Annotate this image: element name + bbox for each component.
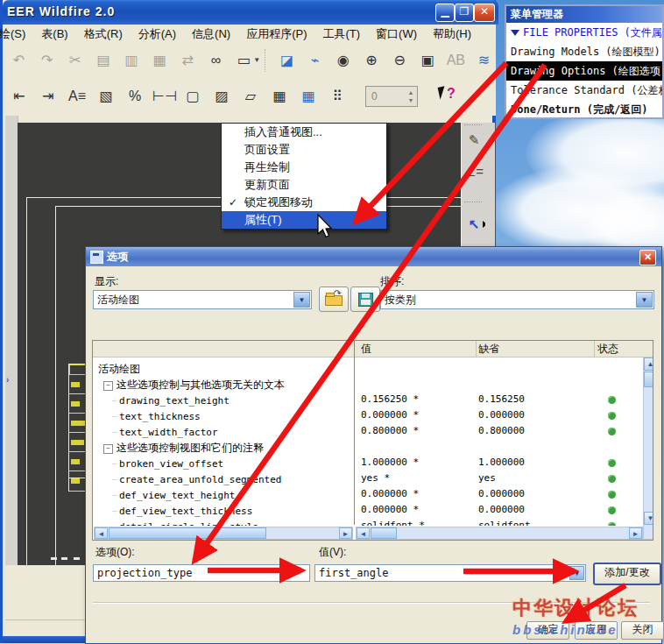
chevron-down-icon[interactable]: ▼: [569, 566, 584, 580]
chevron-down-icon[interactable]: ▼: [253, 56, 260, 64]
maximize-button[interactable]: ❐: [455, 4, 474, 22]
scroll-right-icon[interactable]: ►: [339, 527, 352, 539]
menu-manager-item-2[interactable]: Drawing Options (绘图选项): [506, 61, 662, 81]
context-menu-item-0[interactable]: 插入普通视图...: [222, 124, 386, 141]
tree-collapse-icon[interactable]: −: [103, 444, 113, 454]
zoom-in-icon[interactable]: ⊕: [359, 48, 383, 72]
value-row-create_area_unfold_segmented[interactable]: yes *yes: [356, 471, 643, 486]
chevron-down-icon[interactable]: ▼: [293, 292, 310, 308]
table-settings-icon[interactable]: ⠿: [325, 84, 350, 108]
save-config-button[interactable]: [350, 287, 380, 312]
dialog-close-icon[interactable]: ✕: [639, 250, 656, 265]
hatch-icon[interactable]: %: [123, 84, 147, 108]
sheet-icon[interactable]: ▢: [180, 84, 205, 108]
open-config-button[interactable]: ↷: [319, 287, 349, 312]
tree-row-create_area_unfold_segmented[interactable]: ┈create_area_unfold_segmented: [93, 471, 353, 486]
table-update-icon[interactable]: ▦: [296, 84, 321, 108]
value-row-def_view_text_height[interactable]: 0.000000 *0.000000: [356, 486, 643, 502]
layers-icon[interactable]: ≋: [472, 48, 496, 72]
note-icon[interactable]: A≡: [65, 84, 89, 108]
modify-text-icon[interactable]: ▧: [94, 84, 118, 108]
tree-row-detail_circle_line_style[interactable]: ┈detail_circle_line_style: [93, 518, 353, 526]
tree-row-broken_view_offset[interactable]: ┈broken_view_offset: [93, 455, 353, 471]
tree-row-category[interactable]: −这些选项控制视图和它们的注释: [93, 439, 353, 455]
close-button[interactable]: ✕: [474, 4, 495, 22]
values-hscrollbar[interactable]: ◄ ►: [356, 527, 643, 540]
menu-manager-item-1[interactable]: Drawing Models (绘图模型): [506, 42, 662, 61]
tree-collapse-icon[interactable]: −: [103, 381, 113, 391]
menu-item-2[interactable]: 格式(R): [76, 25, 131, 44]
display-combo[interactable]: 活动绘图 ▼: [93, 290, 312, 309]
value-row-detail_circle_line_style[interactable]: solidfont *solidfont: [356, 518, 643, 526]
tree-row-def_view_text_thickness[interactable]: ┈def_view_text_thickness: [93, 502, 353, 518]
menu-item-1[interactable]: 表(B): [33, 25, 75, 44]
zoom-out-icon[interactable]: ⊖: [388, 48, 412, 72]
value-row-text_width_factor[interactable]: 0.800000 *0.800000: [356, 423, 643, 439]
menu-manager-item-4[interactable]: Done/Return (完成/返回): [506, 100, 662, 119]
scroll-thumb[interactable]: [109, 527, 266, 539]
value-combo[interactable]: first_angle ▼: [314, 564, 586, 582]
spinner-arrows-icon[interactable]: ▲▼: [405, 88, 417, 104]
scroll-left-icon[interactable]: ◄: [95, 527, 108, 539]
sketch-tool-icon[interactable]: ✎: [464, 130, 484, 151]
menu-manager-titlebar[interactable]: 菜单管理器: [506, 6, 662, 23]
menu-item-6[interactable]: 工具(T): [314, 25, 368, 44]
chevron-down-icon[interactable]: ▼: [636, 292, 653, 308]
context-menu-item-4[interactable]: ✓锁定视图移动: [222, 194, 386, 211]
menu-item-4[interactable]: 信息(N): [184, 25, 238, 44]
menu-item-5[interactable]: 应用程序(P): [238, 25, 314, 44]
add-change-button[interactable]: 添加/更改: [593, 563, 661, 585]
display-settings-icon[interactable]: ◪: [275, 48, 299, 72]
zoom-window-icon[interactable]: ▣: [416, 48, 440, 72]
tree-row-text_width_factor[interactable]: ┈text_width_factor: [93, 423, 353, 439]
option-input[interactable]: projection_type: [93, 564, 310, 582]
panel-expand-chevron[interactable]: ›: [6, 375, 9, 385]
scroll-up-icon[interactable]: ▲: [644, 357, 653, 371]
tree-row-category[interactable]: −这些选项控制与其他选项无关的文本: [93, 376, 353, 392]
menu-item-0[interactable]: 绘(S): [0, 25, 33, 44]
menu-manager-item-3[interactable]: Tolerance Standard (公差标准): [506, 81, 662, 100]
folder-a-icon[interactable]: ▨: [209, 84, 234, 108]
sort-combo[interactable]: 按类别 ▼: [380, 290, 654, 309]
scroll-thumb[interactable]: [644, 372, 653, 387]
scroll-thumb[interactable]: [371, 527, 397, 539]
tree-hscrollbar[interactable]: ◄ ►: [94, 527, 353, 540]
menu-item-7[interactable]: 窗口(W): [368, 25, 425, 44]
tree-row-def_view_text_height[interactable]: ┈def_view_text_height: [93, 486, 353, 502]
value-row-def_view_text_thickness[interactable]: 0.000000 *0.000000: [356, 502, 643, 518]
context-menu-item-3[interactable]: 更新页面: [222, 176, 386, 194]
menu-item-3[interactable]: 分析(A): [131, 25, 184, 44]
scroll-down-icon[interactable]: ▼: [644, 512, 653, 525]
context-menu-item-2[interactable]: 再生绘制: [222, 159, 386, 176]
dimension-icon[interactable]: ⊢⊣: [152, 84, 176, 108]
context-menu-item-5[interactable]: 属性(T): [222, 211, 386, 229]
selection-filter-icon[interactable]: ▭: [232, 48, 256, 72]
constraints-tool-icon[interactable]: ⊥=: [464, 161, 484, 182]
view-spinner[interactable]: 0▲▼: [365, 86, 418, 107]
scroll-left-icon[interactable]: ◄: [357, 527, 370, 539]
move-view-icon[interactable]: ▱: [238, 84, 263, 108]
value-row-text_thickness[interactable]: 0.000000 *0.000000: [356, 407, 643, 423]
scroll-right-icon[interactable]: ►: [629, 527, 642, 539]
context-menu-item-1[interactable]: 页面设置: [222, 141, 386, 159]
select-tool-icon[interactable]: ↖: [464, 214, 484, 235]
minimize-button[interactable]: ▁: [435, 4, 455, 22]
prev-sheet-icon[interactable]: ⇤: [7, 84, 32, 108]
next-sheet-icon[interactable]: ⇥: [36, 84, 60, 108]
pane-divider[interactable]: [354, 341, 355, 525]
menu-manager-item-0[interactable]: FILE PROPERTIES (文件属性): [506, 23, 662, 42]
value-row-drawing_text_height[interactable]: 0.156250 *0.156250: [356, 392, 643, 407]
tree-row-drawing_text_height[interactable]: ┈drawing_text_height: [93, 392, 353, 407]
dialog-titlebar[interactable]: 选项 ✕: [86, 247, 661, 266]
values-vscrollbar[interactable]: ▲ ▼: [643, 357, 653, 540]
joint-icon[interactable]: ⌁: [303, 48, 327, 72]
menu-item-8[interactable]: 帮助(H): [425, 25, 479, 44]
zoom-refit-icon[interactable]: ◉: [331, 48, 355, 72]
tree-row-text_thickness[interactable]: ┈text_thickness: [93, 407, 353, 423]
value-row-broken_view_offset[interactable]: 1.000000 *1.000000: [356, 455, 643, 471]
tree-row-root[interactable]: 活动绘图: [93, 360, 353, 376]
close-dialog-button[interactable]: 关闭: [621, 621, 664, 640]
window-titlebar[interactable]: EER Wildfire 2.0 ▁ ❐ ✕: [3, 0, 498, 25]
table-icon[interactable]: ▦: [267, 84, 292, 108]
find-icon[interactable]: ∞: [204, 48, 228, 72]
